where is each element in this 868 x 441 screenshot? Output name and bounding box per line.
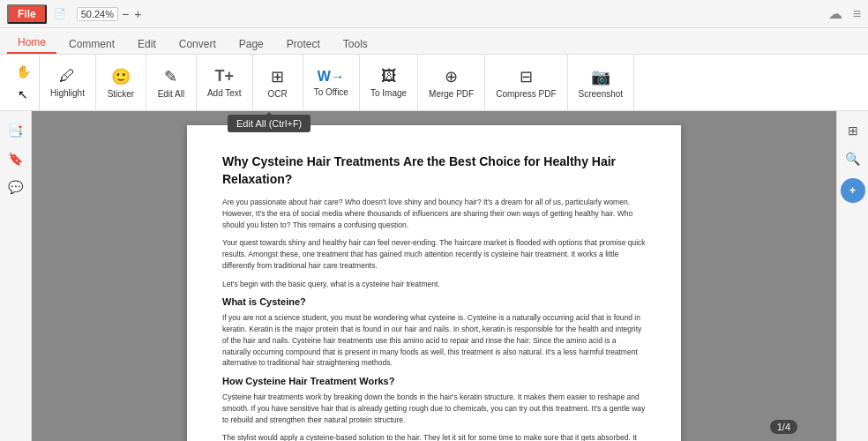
tab-home[interactable]: Home — [7, 33, 56, 54]
to-image-icon: 🖼 — [381, 67, 397, 86]
tab-edit[interactable]: Edit — [127, 34, 167, 54]
tab-protect[interactable]: Protect — [276, 34, 331, 54]
zoom-controls: 50.24% − + — [77, 7, 144, 21]
sticker-button[interactable]: 🙂 Sticker — [100, 58, 142, 108]
edit-all-group: ✎ Edit All — [146, 55, 197, 110]
merge-pdf-icon: ⊕ — [445, 67, 458, 86]
title-bar: File 📄 50.24% − + ☁ ≡ — [0, 0, 868, 28]
tab-page[interactable]: Page — [228, 34, 274, 54]
section2-para2: The stylist would apply a cysteine-based… — [222, 432, 646, 441]
sticker-label: Sticker — [108, 89, 135, 99]
section1-para: If you are not a science student, you mu… — [222, 312, 646, 369]
add-text-label: Add Text — [207, 88, 242, 98]
screenshot-group: 📷 Screenshot — [568, 55, 635, 110]
highlight-icon: 🖊 — [59, 67, 75, 86]
toolbar: ✋ ↖ 🖊 Highlight 🙂 Sticker ✎ Edit All T+ … — [0, 55, 868, 111]
ocr-group: ⊞ OCR — [253, 55, 303, 110]
main-area: 📑 🔖 💬 Why Cysteine Hair Treatments Are t… — [0, 111, 868, 441]
highlight-button[interactable]: 🖊 Highlight — [43, 58, 92, 108]
tab-convert[interactable]: Convert — [168, 34, 227, 54]
to-office-group: W→ To Office — [303, 55, 360, 110]
screenshot-label: Screenshot — [579, 89, 624, 99]
file-menu-button[interactable]: File — [7, 4, 47, 24]
to-image-label: To Image — [370, 88, 407, 98]
screenshot-button[interactable]: 📷 Screenshot — [572, 58, 631, 108]
doc-icon: 📄 — [54, 8, 66, 19]
ocr-label: OCR — [268, 89, 288, 99]
zoom-value[interactable]: 50.24% — [77, 7, 118, 21]
cloud-icon: ☁ — [828, 5, 842, 22]
highlight-label: Highlight — [50, 88, 85, 98]
section2-heading: How Cysteine Hair Treatment Works? — [222, 376, 646, 386]
merge-pdf-button[interactable]: ⊕ Merge PDF — [422, 58, 481, 108]
merge-pdf-label: Merge PDF — [429, 89, 474, 99]
hand-tool-button[interactable]: ✋ — [11, 61, 35, 82]
sidebar-thumbnails-button[interactable]: 📑 — [4, 118, 28, 143]
document-area[interactable]: Why Cysteine Hair Treatments Are the Bes… — [32, 111, 836, 441]
to-image-group: 🖼 To Image — [360, 55, 418, 110]
edit-all-label: Edit All — [158, 89, 185, 99]
section1-heading: What is Cysteine? — [222, 296, 646, 307]
to-office-icon: W→ — [318, 69, 345, 85]
menu-icon: ≡ — [853, 6, 861, 22]
merge-pdf-group: ⊕ Merge PDF — [418, 55, 485, 110]
add-text-button[interactable]: T+ Add Text — [200, 58, 249, 108]
doc-para-3: Let's begin with the basic query, what i… — [222, 279, 646, 290]
to-office-button[interactable]: W→ To Office — [307, 58, 355, 108]
ocr-icon: ⊞ — [271, 67, 284, 86]
ai-assistant-button[interactable]: + — [841, 178, 865, 203]
section2-para1: Cysteine hair treatments work by breakin… — [222, 392, 646, 425]
right-sidebar-search-button[interactable]: 🔍 — [841, 146, 865, 171]
select-tool-button[interactable]: ↖ — [11, 84, 35, 105]
compress-pdf-icon: ⊟ — [520, 67, 533, 86]
document-tab: 📄 — [54, 8, 66, 19]
compress-pdf-button[interactable]: ⊟ Compress PDF — [489, 58, 563, 108]
doc-title: Why Cysteine Hair Treatments Are the Bes… — [222, 153, 646, 188]
zoom-in-button[interactable]: + — [132, 7, 143, 21]
zoom-out-button[interactable]: − — [120, 7, 131, 21]
nav-tabs: Home Comment Edit Convert Page Protect T… — [0, 28, 868, 55]
edit-all-button[interactable]: ✎ Edit All — [150, 58, 192, 108]
doc-page: Why Cysteine Hair Treatments Are the Bes… — [187, 125, 681, 441]
add-text-icon: T+ — [215, 67, 235, 86]
highlight-group: 🖊 Highlight — [40, 55, 96, 110]
page-counter: 1/4 — [770, 420, 797, 434]
compress-pdf-group: ⊟ Compress PDF — [485, 55, 567, 110]
left-sidebar: 📑 🔖 💬 — [0, 111, 32, 441]
doc-para-1: Are you passionate about hair care? Who … — [222, 197, 646, 230]
sidebar-bookmark-button[interactable]: 🔖 — [4, 146, 28, 171]
to-office-label: To Office — [314, 87, 348, 97]
add-text-group: T+ Add Text — [197, 55, 253, 110]
ocr-button[interactable]: ⊞ OCR — [257, 58, 299, 108]
screenshot-icon: 📷 — [591, 67, 610, 86]
tab-tools[interactable]: Tools — [333, 34, 378, 54]
edit-all-icon: ✎ — [164, 67, 177, 86]
right-sidebar: ⊞ 🔍 + — [836, 111, 868, 441]
sidebar-comments-button[interactable]: 💬 — [4, 175, 28, 199]
mode-buttons: ✋ ↖ — [7, 55, 40, 110]
to-image-button[interactable]: 🖼 To Image — [363, 58, 414, 108]
sticker-icon: 🙂 — [111, 67, 131, 86]
right-sidebar-pages-button[interactable]: ⊞ — [841, 118, 865, 143]
tab-comment[interactable]: Comment — [58, 34, 125, 54]
doc-para-2: Your quest towards shiny and healthy hai… — [222, 237, 646, 271]
sticker-group: 🙂 Sticker — [96, 55, 146, 110]
compress-pdf-label: Compress PDF — [496, 89, 556, 99]
